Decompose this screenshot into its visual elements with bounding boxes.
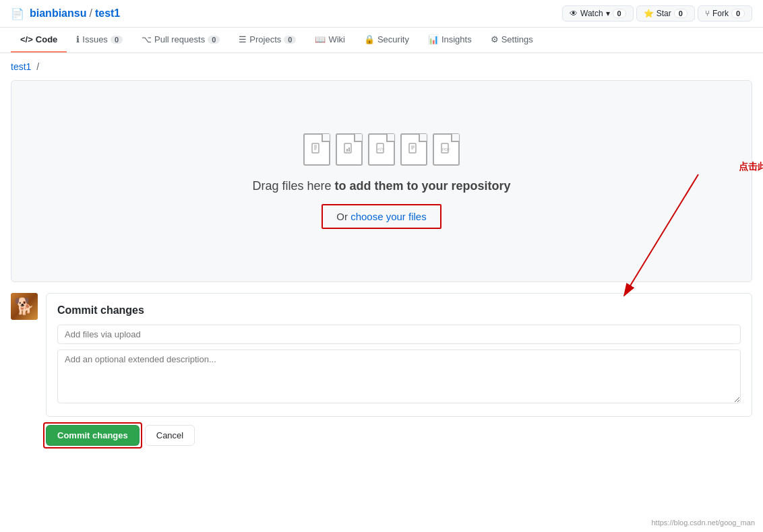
upload-inner: </> PDF [225,106,537,256]
svg-text:PDF: PDF [442,147,450,152]
tab-code[interactable]: </> Code [11,28,67,53]
commit-title: Commit changes [57,304,741,317]
eye-icon: 👁 [570,9,578,18]
avatar-image [11,293,38,320]
watch-button[interactable]: 👁 Watch ▾ 0 [562,5,634,22]
breadcrumb-repo-link[interactable]: test1 [11,61,31,72]
tab-projects[interactable]: ☰ Projects 0 [229,28,305,53]
svg-text:</>: </> [377,147,384,152]
fork-button[interactable]: ⑂ Fork 0 [698,5,752,22]
fork-label: Fork [712,9,729,18]
drag-text: Drag files here to add them to your repo… [252,179,510,193]
tab-projects-label: Projects [249,34,281,44]
star-button[interactable]: ⭐ Star 0 [636,5,695,22]
svg-rect-6 [346,149,348,152]
file-icon-zip [303,133,330,166]
projects-badge: 0 [284,36,296,44]
avatar [11,293,38,320]
repo-icon: 📄 [11,7,24,20]
breadcrumb: test1 / [0,53,763,80]
pr-badge: 0 [208,36,220,44]
watch-icon: ▾ [606,9,610,18]
commit-form: Commit changes Commit changes Cancel [46,293,752,446]
star-label: Star [657,9,671,18]
tab-security-label: Security [377,34,409,44]
choose-files-link[interactable]: choose your files [350,211,427,222]
tab-wiki[interactable]: 📖 Wiki [305,28,355,53]
commit-actions: Commit changes Cancel [46,425,752,446]
tab-code-label: Code [36,34,58,44]
file-icon-code: </> [368,133,395,166]
tab-issues[interactable]: ℹ Issues 0 [67,28,132,53]
svg-rect-10 [409,143,416,153]
commit-description-textarea[interactable] [57,350,741,403]
svg-rect-7 [348,147,350,152]
file-icon-doc [400,133,427,166]
upload-icons: </> PDF [252,133,510,166]
breadcrumb-separator: / [36,61,39,72]
issues-icon: ℹ [76,34,80,44]
tab-wiki-label: Wiki [328,34,345,44]
tab-insights[interactable]: 📊 Insights [419,28,481,53]
tab-insights-label: Insights [441,34,472,44]
or-prefix: Or [336,211,350,222]
owner-link[interactable]: bianbiansu [30,7,86,20]
repo-link[interactable]: test1 [95,7,120,20]
projects-icon: ☰ [239,34,247,44]
title-separator: / [89,7,92,20]
tab-security[interactable]: 🔒 Security [355,28,419,53]
watch-count: 0 [613,9,626,18]
repo-actions: 👁 Watch ▾ 0 ⭐ Star 0 ⑂ Fork 0 [562,5,752,22]
fork-icon: ⑂ [705,9,710,18]
code-icon: </> [20,34,33,44]
choose-files-box: Or choose your files [322,204,441,229]
commit-btn-wrapper: Commit changes [46,425,140,446]
pr-icon: ⌥ [142,34,152,44]
repo-nav: </> Code ℹ Issues 0 ⌥ Pull requests 0 ☰ … [0,28,763,53]
star-count: 0 [674,9,688,18]
upload-dropzone[interactable]: </> PDF [11,80,752,282]
repo-header: 📄 bianbiansu / test1 👁 Watch ▾ 0 ⭐ Star … [0,0,763,28]
security-icon: 🔒 [364,34,375,44]
commit-form-box: Commit changes [46,293,752,417]
cancel-button[interactable]: Cancel [145,425,195,446]
repo-title: 📄 bianbiansu / test1 [11,7,120,20]
file-icon-pdf: PDF [433,133,460,166]
star-icon: ⭐ [644,9,654,18]
tab-settings[interactable]: ⚙ Settings [481,28,543,53]
choose-files-text: Or choose your files [336,211,426,222]
commit-section: Commit changes Commit changes Cancel [11,293,752,446]
wiki-icon: 📖 [315,34,326,44]
commit-message-input[interactable] [57,325,741,344]
watch-label: Watch [580,9,603,18]
settings-icon: ⚙ [491,34,499,44]
issues-badge: 0 [111,36,123,44]
file-icon-chart [336,133,363,166]
insights-icon: 📊 [428,34,439,44]
fork-count: 0 [731,9,745,18]
tab-pull-requests[interactable]: ⌥ Pull requests 0 [132,28,229,53]
tab-pr-label: Pull requests [154,34,205,44]
tab-issues-label: Issues [82,34,108,44]
tab-settings-label: Settings [501,34,533,44]
commit-changes-button[interactable]: Commit changes [46,425,140,446]
